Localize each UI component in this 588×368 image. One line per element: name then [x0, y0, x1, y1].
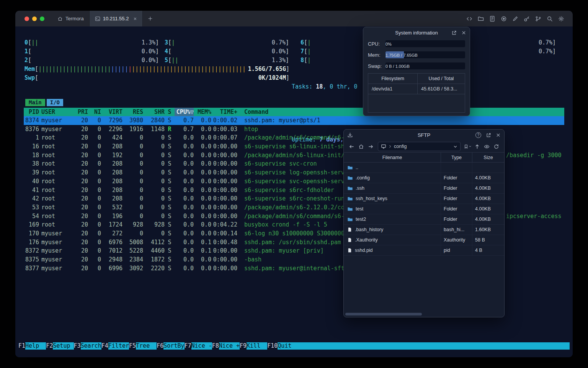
close-tab-icon[interactable]	[133, 17, 137, 21]
cell-state: S	[165, 186, 175, 195]
folder-icon[interactable]	[478, 16, 484, 22]
file-size: 4.00KB	[472, 194, 504, 204]
column-pid[interactable]: PID	[24, 108, 39, 116]
function-key[interactable]: F6SortBy	[157, 342, 184, 350]
file-row[interactable]: .bash_history bash_hi... 1.60KB	[344, 225, 504, 235]
cell-res: 0	[122, 177, 143, 186]
search-icon[interactable]	[547, 16, 553, 22]
memory-meter-segment: |||||||||||||||||||||||||||||||||	[132, 65, 246, 74]
file-row[interactable]: .ssh Folder 4.00KB	[344, 183, 504, 194]
cell-virt: 532	[101, 203, 122, 212]
pencil-icon[interactable]	[512, 16, 518, 22]
column-ni[interactable]: NI	[88, 108, 101, 116]
column-mem[interactable]: MEM%	[194, 108, 211, 116]
open-in-window-icon[interactable]	[486, 133, 491, 138]
file-row[interactable]: test2 Folder 4.00KB	[344, 214, 504, 225]
file-row[interactable]: ssh_host_keys Folder 4.00KB	[344, 194, 504, 204]
column-res[interactable]: RES	[122, 108, 143, 116]
refresh-icon[interactable]	[492, 142, 501, 151]
file-text-icon[interactable]	[489, 16, 495, 22]
cell-mem: 0.0	[194, 203, 211, 212]
zoom-window-button[interactable]	[40, 16, 44, 21]
cell-virt: 6996	[101, 264, 122, 273]
open-in-window-icon[interactable]	[451, 30, 457, 36]
git-branch-icon[interactable]	[535, 16, 541, 22]
memory-label: Mem:	[368, 52, 385, 58]
function-key[interactable]: F3Search	[74, 342, 101, 350]
minimize-window-button[interactable]	[32, 16, 37, 21]
parent-directory-icon[interactable]	[472, 142, 482, 151]
file-type: Folder	[441, 214, 472, 224]
function-key[interactable]: F1Help	[18, 342, 46, 350]
function-key[interactable]: F4Filter	[101, 342, 129, 350]
file-row[interactable]: test Folder 4.00KB	[344, 204, 504, 214]
file-row[interactable]: .config Folder 4.00KB	[344, 173, 504, 183]
record-icon[interactable]	[501, 16, 507, 22]
column-size[interactable]: Size	[472, 153, 504, 162]
transfers-icon[interactable]	[347, 132, 353, 138]
function-key[interactable]: F8Nice +	[212, 342, 240, 350]
cell-virt: 2948	[101, 255, 122, 264]
new-tab-button[interactable]	[143, 11, 158, 26]
cell-user: myuser	[39, 238, 68, 247]
close-icon[interactable]	[461, 30, 466, 35]
cell-state: S	[165, 203, 175, 212]
cell-user: myuser	[39, 264, 68, 273]
tab-termora-home[interactable]: Termora	[52, 11, 90, 26]
file-row[interactable]: .Xauthority Xauthority 58 B	[344, 235, 504, 245]
column-shr[interactable]: SHR	[143, 108, 165, 116]
cell-state: S	[165, 159, 175, 168]
bookmarks-icon[interactable]	[463, 142, 472, 151]
path-breadcrumb[interactable]: config	[378, 142, 461, 151]
cell-res: 0	[122, 142, 143, 151]
function-key[interactable]: F5Tree	[129, 342, 157, 350]
column-state[interactable]: S	[165, 108, 175, 116]
column-virt[interactable]: VIRT	[101, 108, 122, 116]
forward-icon[interactable]	[366, 142, 376, 151]
file-row[interactable]: sshd.pid pid 4 B	[344, 245, 504, 256]
cell-pri: 20	[68, 125, 88, 134]
column-time[interactable]: TIME+	[211, 108, 237, 116]
code-icon[interactable]	[466, 16, 472, 22]
file-name: .ssh	[356, 186, 364, 191]
cell-state: S	[165, 246, 175, 255]
process-row[interactable]: 8374 myuser 20 0 7296 3980 2840 S 0.7 0.…	[24, 116, 564, 125]
cell-cpu: 0.0	[175, 212, 194, 221]
htop-screen-tab[interactable]: Main	[25, 99, 45, 106]
close-window-button[interactable]	[24, 16, 29, 21]
cell-user: root	[39, 168, 68, 177]
function-key[interactable]: F10Quit	[267, 342, 298, 350]
cell-time: 0:04.22	[211, 220, 237, 229]
column-cpu-sort[interactable]: CPU%▽	[175, 108, 194, 116]
home-icon[interactable]	[356, 142, 366, 151]
help-icon[interactable]: ?	[475, 132, 481, 138]
function-key[interactable]: F2Setup	[46, 342, 74, 350]
swap-meter: Swp[0K/1024M]	[24, 74, 289, 82]
cell-mem: 0.0	[194, 177, 211, 186]
chevron-down-icon[interactable]	[453, 145, 457, 149]
tab-ssh-session[interactable]: 10.211.55.2	[90, 11, 143, 26]
show-hidden-files-icon[interactable]	[482, 142, 492, 151]
key-icon[interactable]	[524, 16, 530, 22]
function-key[interactable]: F9Kill	[240, 342, 267, 350]
function-key[interactable]: F7Nice -	[185, 342, 212, 350]
column-pri[interactable]: PRI	[68, 108, 88, 116]
back-icon[interactable]	[347, 142, 356, 151]
cell-time: 0:00.03	[211, 125, 237, 134]
htop-screen-tab[interactable]: I/O	[47, 99, 63, 106]
file-name: sshd.pid	[355, 248, 373, 253]
close-icon[interactable]	[496, 133, 501, 138]
cell-mem: 0.0	[194, 125, 211, 134]
cell-pri: 20	[68, 203, 88, 212]
column-user[interactable]: USER	[39, 108, 68, 116]
file-row[interactable]: ..	[344, 163, 504, 173]
cpu-meter: 4[0.0%]	[165, 47, 289, 56]
gear-icon[interactable]	[558, 16, 564, 22]
horizontal-scrollbar-thumb[interactable]	[345, 313, 422, 315]
cpu-meter-tail: 0.7%]	[539, 47, 556, 56]
file-type: Folder	[441, 173, 472, 183]
tab-label: Termora	[65, 16, 84, 21]
cell-user: root	[39, 203, 68, 212]
column-type[interactable]: Type	[441, 153, 472, 162]
column-filename[interactable]: Filename	[344, 153, 441, 162]
